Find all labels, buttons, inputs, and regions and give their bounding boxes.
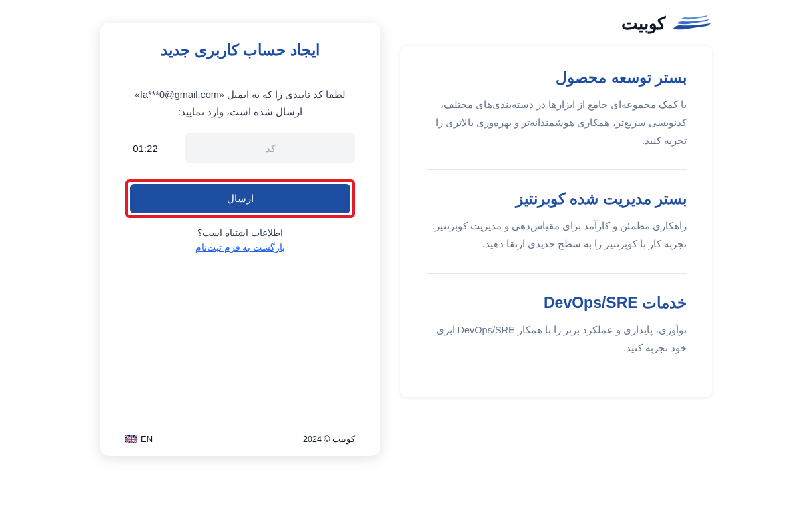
divider [426,169,687,170]
feature-title: بستر مدیریت شده کوبرنتیز [426,190,687,208]
masked-email: fa***0@gmail.com [140,89,219,100]
back-to-signup-link[interactable]: بازگشت به فرم ثبت‌نام [125,242,355,253]
feature-block: بستر مدیریت شده کوبرنتیز راهکاری مطمئن و… [426,190,687,253]
feature-title: بستر توسعه محصول [426,69,687,87]
card-title: ایجاد حساب کاربری جدید [125,41,355,59]
uk-flag-icon [125,435,137,443]
divider [426,273,687,274]
wrong-info-text: اطلاعات اشتباه است؟ [125,227,355,238]
copyright-text: کوبیت © 2024 [303,434,355,444]
card-footer: EN کوبیت © 2024 [125,301,355,444]
feature-desc: راهکاری مطمئن و کارآمد برای مقیاس‌دهی و … [426,217,687,253]
feature-block: بستر توسعه محصول با کمک مجموعه‌ای جامع ا… [426,69,687,149]
feature-desc: با کمک مجموعه‌ای جامع از ابزارها در دسته… [426,96,687,149]
feature-desc: نوآوری، پایداری و عملکرد برتر را با همکا… [426,321,687,357]
submit-button[interactable]: ارسال [130,184,350,213]
submit-highlight: ارسال [125,179,355,218]
code-row: 01:22 [125,133,355,163]
language-switch[interactable]: EN [125,434,153,444]
feature-title: خدمات DevOps/SRE [426,294,687,312]
countdown-timer: 01:22 [125,143,165,154]
feature-block: خدمات DevOps/SRE نوآوری، پایداری و عملکر… [426,294,687,357]
brand-logo[interactable]: کوبیت [621,13,712,34]
brand-name: کوبیت [621,13,665,34]
verification-code-input[interactable] [185,133,355,163]
boat-icon [672,14,712,34]
instruction-prefix: لطفا کد تاییدی را که به ایمیل « [219,89,346,100]
language-label: EN [141,434,153,444]
signup-card: ایجاد حساب کاربری جدید لطفا کد تاییدی را… [100,23,380,456]
features-panel: بستر توسعه محصول با کمک مجموعه‌ای جامع ا… [400,46,712,397]
instruction-text: لطفا کد تاییدی را که به ایمیل «fa***0@gm… [125,86,355,121]
